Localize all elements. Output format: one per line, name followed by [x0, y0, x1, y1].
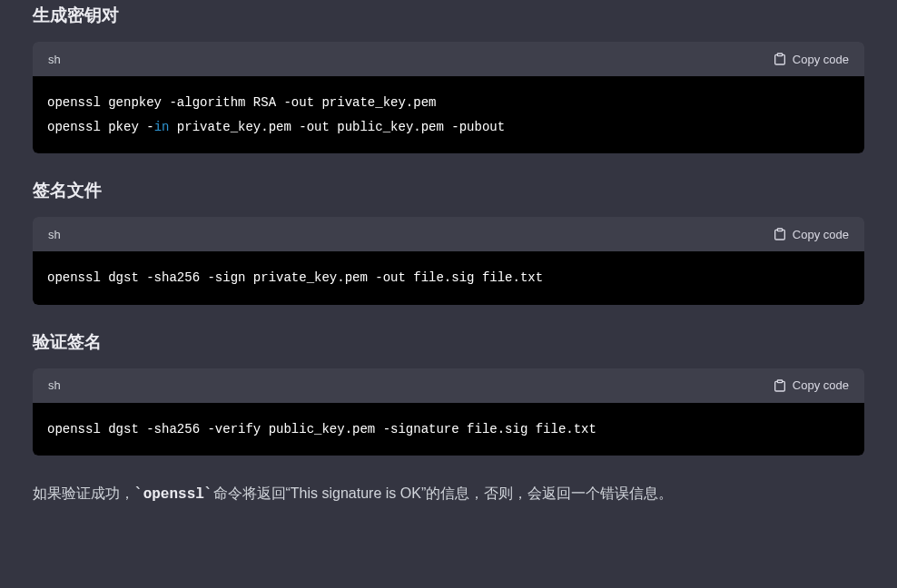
code-header: sh Copy code [33, 368, 864, 403]
footer-pre-text: 如果验证成功， [33, 485, 134, 501]
copy-code-label: Copy code [793, 378, 849, 392]
section-heading-generate-keys: 生成密钥对 [33, 4, 864, 27]
code-content: openssl genpkey -algorithm RSA -out priv… [33, 76, 864, 153]
code-block-generate-keys: sh Copy code openssl genpkey -algorithm … [33, 42, 864, 153]
inline-code-openssl: openssl [143, 486, 204, 503]
code-language-label: sh [48, 53, 61, 66]
copy-code-label: Copy code [793, 228, 849, 241]
copy-code-button[interactable]: Copy code [773, 227, 849, 241]
copy-code-label: Copy code [793, 53, 849, 66]
copy-code-button[interactable]: Copy code [773, 378, 849, 393]
clipboard-icon [773, 52, 787, 66]
svg-rect-2 [777, 380, 782, 383]
code-language-label: sh [48, 378, 61, 392]
code-header: sh Copy code [33, 217, 864, 251]
copy-code-button[interactable]: Copy code [773, 52, 849, 66]
footer-paragraph: 如果验证成功，`openssl`命令将返回“This signature is … [33, 481, 864, 507]
code-block-sign-file: sh Copy code openssl dgst -sha256 -sign … [33, 217, 864, 305]
backtick-close: ` [204, 485, 213, 502]
footer-post-text: 命令将返回“This signature is OK”的信息，否则，会返回一个错… [213, 485, 674, 501]
section-heading-sign-file: 签名文件 [33, 179, 864, 202]
clipboard-icon [773, 227, 787, 241]
backtick-open: ` [134, 485, 143, 502]
clipboard-icon [773, 378, 787, 393]
section-heading-verify-signature: 验证签名 [33, 330, 864, 354]
code-language-label: sh [48, 228, 61, 241]
code-content: openssl dgst -sha256 -sign private_key.p… [33, 251, 864, 305]
code-content: openssl dgst -sha256 -verify public_key.… [33, 403, 864, 456]
svg-rect-0 [777, 54, 782, 56]
code-header: sh Copy code [33, 42, 864, 76]
svg-rect-1 [777, 229, 782, 231]
code-block-verify-signature: sh Copy code openssl dgst -sha256 -verif… [33, 368, 864, 456]
